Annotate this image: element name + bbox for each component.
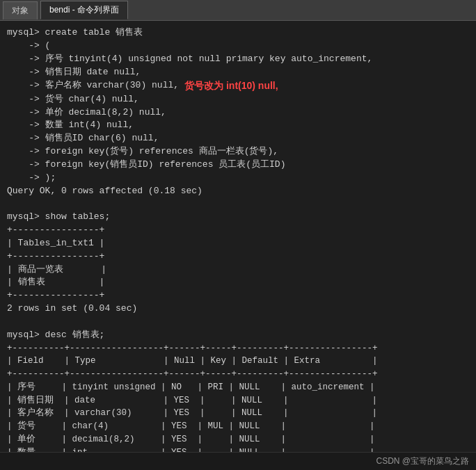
desc-row-1: | 序号 | tinyint unsigned | NO | PRI | NUL… bbox=[7, 381, 469, 394]
line-col-date: -> 销售日期 date null, bbox=[7, 66, 469, 79]
line-fk1: -> foreign key(货号) references 商品一栏表(货号), bbox=[7, 145, 469, 159]
desc-table: +----------+------------------+------+--… bbox=[7, 342, 469, 452]
line-create-table: mysql> create table 销售表 bbox=[7, 26, 469, 40]
line-show-tables: mysql> show tables; bbox=[7, 211, 469, 224]
main-window: 对象 bendi - 命令列界面 mysql> create table 销售表… bbox=[0, 0, 476, 470]
line-tb3: +----------------+ bbox=[7, 250, 469, 264]
line-open-paren: -> ( bbox=[7, 40, 469, 53]
desc-row-4: | 货号 | char(4) | YES | MUL | NULL | | bbox=[7, 420, 469, 433]
line-col-goods: -> 货号 char(4) null, bbox=[7, 93, 469, 106]
line-tb2: | Tables_in_txt1 | bbox=[7, 237, 469, 250]
line-tb1: +----------------+ bbox=[7, 224, 469, 237]
desc-row-2: | 销售日期 | date | YES | | NULL | | bbox=[7, 394, 469, 407]
line-blank1 bbox=[7, 197, 469, 211]
line-rows2: 2 rows in set (0.04 sec) bbox=[7, 302, 469, 316]
line-blank2 bbox=[7, 316, 469, 329]
tab-objects[interactable]: 对象 bbox=[3, 1, 38, 19]
desc-row-6: | 数量 | int | YES | | NULL | | bbox=[7, 446, 469, 452]
line-col-seq: -> 序号 tinyint(4) unsigned not null prima… bbox=[7, 53, 469, 66]
bottom-watermark: CSDN @宝哥的菜鸟之路 bbox=[0, 452, 476, 470]
line-query-ok: Query OK, 0 rows affected (0.18 sec) bbox=[7, 185, 469, 198]
line-fk2: -> foreign key(销售员ID) references 员工表(员工I… bbox=[7, 159, 469, 172]
annotation-hint: 货号改为 int(10) null, bbox=[184, 79, 278, 92]
tab-bar: 对象 bendi - 命令列界面 bbox=[0, 0, 476, 21]
desc-row-3: | 客户名称 | varchar(30) | YES | | NULL | | bbox=[7, 407, 469, 420]
desc-border-top: +----------+------------------+------+--… bbox=[7, 342, 469, 355]
desc-row-5: | 单价 | decimal(8,2) | YES | | NULL | | bbox=[7, 433, 469, 446]
line-col-price: -> 单价 decimal(8,2) null, bbox=[7, 106, 469, 120]
tab-command[interactable]: bendi - 命令列界面 bbox=[40, 1, 128, 19]
line-tb4: | 商品一览表 | bbox=[7, 264, 469, 277]
line-tb6: +----------------+ bbox=[7, 289, 469, 302]
desc-header: | Field | Type | Null | Key | Default | … bbox=[7, 355, 469, 368]
line-desc: mysql> desc 销售表; bbox=[7, 329, 469, 342]
line-tb5: | 销售表 | bbox=[7, 276, 469, 289]
line-col-qty: -> 数量 int(4) null, bbox=[7, 119, 469, 132]
line-col-customer: -> 客户名称 varchar(30) null, 货号改为 int(10) n… bbox=[7, 79, 469, 92]
desc-border-mid: +----------+------------------+------+--… bbox=[7, 368, 469, 381]
line-close-paren: -> ); bbox=[7, 172, 469, 185]
line-col-saleid: -> 销售员ID char(6) null, bbox=[7, 132, 469, 145]
terminal-area[interactable]: mysql> create table 销售表 -> ( -> 序号 tinyi… bbox=[0, 21, 476, 452]
